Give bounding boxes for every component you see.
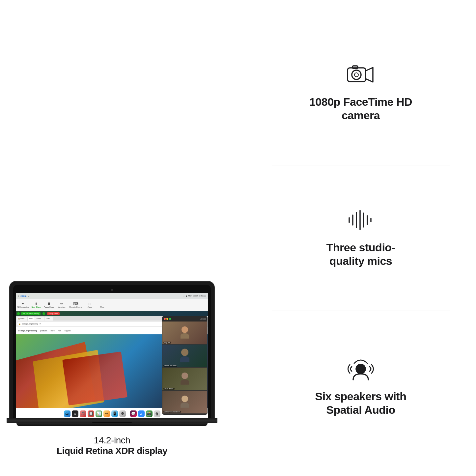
speaker-icon-area [346,351,376,382]
browser-tab-home[interactable]: 🏠 Home... [16,317,27,321]
mic-icon-area [346,209,376,233]
bottom-label: 14.2-inch Liquid Retina XDR display [57,435,167,456]
menu-bar-right: ▾ ▮ Mon Oct 30 9:41 AM [183,295,206,297]
new-share-icon: ⬆ [35,302,38,306]
participant-name-3: David Beau... [163,388,175,390]
url-text: teenage.engineering [22,323,38,325]
apps-icon: ⚏ [88,302,91,306]
toolbar-new-share[interactable]: ⬆ New Share [31,302,41,308]
participant-david: David Beau... [162,368,207,391]
camera-icon [346,63,376,86]
macbook-base [7,418,217,423]
dock-icon-freeform[interactable]: 🔲 [88,410,94,417]
browser-tab-kobu[interactable]: Kobu [28,317,35,321]
minimize-dot[interactable] [166,318,168,320]
zoom-panel-view-options: ⊞ ☰ [200,318,206,320]
refresh-icon: ↺ [39,323,41,325]
camera-icon-area [346,63,376,87]
battery-icon: ▮ [186,295,187,297]
zoom-toolbar: ✦ AI Companion ⬆ New Share ⏸ Pause Share [16,299,208,311]
maximize-dot[interactable] [169,318,171,320]
remote-control-icon: ⌨ [73,302,78,306]
dock-icon-music[interactable]: 🎵 [80,410,86,417]
remote-control-label: Remote Control [70,306,82,308]
more-icon: ··· [101,302,104,306]
camera-feature-title: 1080p FaceTime HD camera [309,95,412,122]
macbook-screen-outer:  zoom ... ▾ ▮ Mon Oct 30 9:41 AM [10,282,214,418]
nav-products[interactable]: products [40,330,47,332]
microphone-icon [346,209,376,232]
more-label: More [100,306,104,308]
new-share-label: New Share [32,306,41,308]
menu-bar-left:  zoom ... [18,294,182,297]
dock-icon-finder[interactable]: 🗂 [64,410,70,417]
svg-point-2 [354,73,358,77]
feature-camera: 1080p FaceTime HD camera [272,20,450,165]
left-section:  zoom ... ▾ ▮ Mon Oct 30 9:41 AM [0,0,224,476]
participant-name-2: Jordan McShane [163,365,177,367]
sharing-dot [42,312,45,315]
menu-time: Mon Oct 30 9:41 AM [188,295,206,297]
nav-support[interactable]: support [65,330,70,332]
stop-share-button[interactable]: ■ Stop Share [47,312,59,315]
annotate-label: Annotate [58,306,66,308]
participant-name-4: Carmen Sharafeldeen [163,411,181,413]
close-dot[interactable] [164,318,166,320]
toolbar-pause-share[interactable]: ⏸ Pause Share [44,302,54,308]
speakers-feature-title: Six speakers with Spatial Audio [315,390,406,417]
svg-rect-3 [352,66,358,69]
zoom-view-grid[interactable]: ⊞ [200,318,203,320]
browser-tab-12hrs[interactable]: 12hrs ... [44,317,53,321]
nav-store[interactable]: store [50,330,54,332]
sharing-bar: You are screen sharing ■ Stop Share [16,311,208,316]
dock-icon-facetime[interactable]: 📸 [146,410,153,417]
dock-divider [128,410,128,417]
toolbar-ai-companion[interactable]: ✦ AI Companion [17,302,29,308]
macbook-hinge [92,422,132,423]
apps-label: Apps [88,306,92,308]
macbook-bottom [16,423,208,426]
macbook-bezel:  zoom ... ▾ ▮ Mon Oct 30 9:41 AM [13,285,211,418]
zoom-panel-header: ⊞ ☰ [162,316,207,322]
dock-icon-slack[interactable]: 💬 [130,410,137,417]
participant-angi-wu: Angi Wu [162,322,207,345]
zoom-panel: ⊞ ☰ Angi Wu [162,316,208,415]
svg-point-11 [356,364,365,374]
speaker-icon [346,351,376,380]
svg-point-1 [352,70,361,79]
annotate-icon: ✏ [60,302,63,306]
nav-now[interactable]: now [58,330,61,332]
pause-share-label: Pause Share [44,306,54,308]
dock-icon-numbers[interactable]: 📊 [96,410,102,417]
dock-icon-trash[interactable]: 🗑 [154,410,160,417]
toolbar-remote-control[interactable]: ⌨ Remote Control [70,302,82,308]
toolbar-annotate[interactable]: ✏ Annotate [57,302,67,308]
toolbar-apps[interactable]: ⚏ Apps [85,302,95,308]
browser-tab-another[interactable]: Anothe... [35,317,44,321]
dock-icon-appstore[interactable]: 📱 [111,410,118,417]
apple-menu:  [18,294,19,297]
wifi-icon: ▾ [183,295,184,297]
zoom-menu-label: zoom [20,295,26,297]
dock-icon-systemprefs[interactable]: ⚙ [119,410,126,417]
sharing-text: You are screen sharing [21,312,41,315]
zoom-view-list[interactable]: ☰ [203,318,206,320]
feature-speakers: Six speakers with Spatial Audio [272,311,450,456]
dock-icon-appletv[interactable]: tv [72,410,78,417]
ai-companion-label: AI Companion [17,306,29,308]
dock-icon-zoom[interactable]: Z [138,410,145,417]
participant-name-1: Angi Wu [163,342,171,344]
display-type-label: Liquid Retina XDR display [57,446,167,456]
participant-carmen: Carmen Sharafeldeen [162,391,207,414]
menu-item-1: ... [28,295,30,297]
zoom-panel-controls [164,318,171,320]
macos-ui:  zoom ... ▾ ▮ Mon Oct 30 9:41 AM [16,293,208,418]
lock-icon: 🔒 [18,323,21,325]
mics-feature-title: Three studio- quality mics [326,241,395,268]
sharing-indicator [17,312,20,315]
toolbar-more[interactable]: ··· More [97,302,107,308]
macbook-display:  zoom ... ▾ ▮ Mon Oct 30 9:41 AM [16,293,208,418]
pause-share-icon: ⏸ [47,302,51,306]
dock-icon-pencil[interactable]: ✏ [103,410,110,417]
webcam-dot [111,289,113,291]
